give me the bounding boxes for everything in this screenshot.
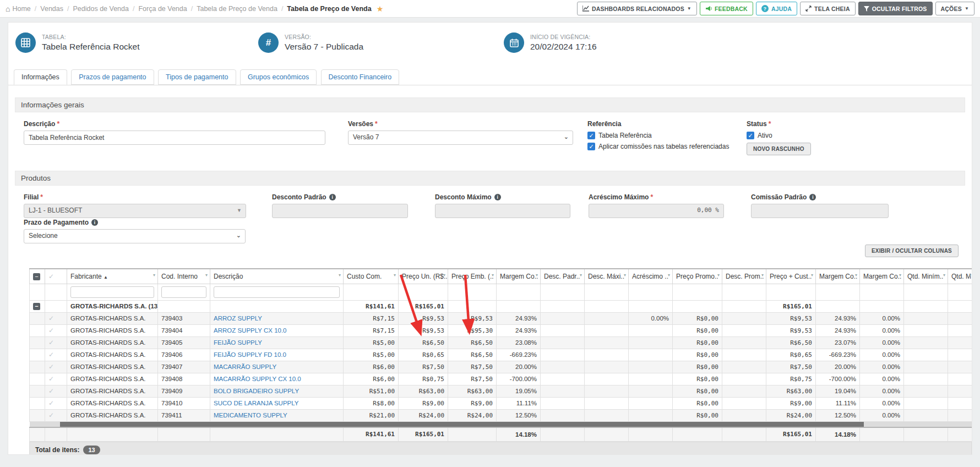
collapse-all-icon[interactable]: − [33,273,40,280]
column-menu-icon[interactable]: ▾ [668,273,670,278]
column-menu-icon[interactable]: ▾ [580,273,582,278]
product-link[interactable]: MACARRÃO SUPPLY CX 10.0 [214,376,301,382]
col-header-descricao[interactable]: Descrição▾ [210,269,344,284]
col-header-preco_un[interactable]: Preço Un. (R$..▾ [399,269,448,284]
col-header-preco_emb[interactable]: Preço Emb. (..▾ [448,269,497,284]
col-header-check[interactable]: ✓ [45,269,67,284]
column-menu-icon[interactable]: ▾ [761,273,764,278]
cell-preco_emb: R$6,50 [448,349,497,361]
breadcrumb-tabela-preco[interactable]: Tabela de Preço de Venda [197,5,277,13]
cell-check[interactable]: ✓ [45,385,67,397]
tab-prazos-pagamento[interactable]: Prazos de pagamento [71,69,154,85]
tab-desconto-financeiro[interactable]: Desconto Financeiro [321,69,400,85]
column-menu-icon[interactable]: ▾ [899,273,901,278]
row-check-icon[interactable]: ✓ [48,399,54,407]
novo-rascunho-button[interactable]: NOVO RASCUNHO [747,143,811,155]
column-menu-icon[interactable]: ▾ [443,273,445,278]
col-header-custo[interactable]: Custo Com.▾ [344,269,399,284]
product-link[interactable]: FEIJÃO SUPPLY [214,339,262,346]
favorite-star-icon[interactable]: ★ [377,4,384,13]
product-link[interactable]: ARROZ SUPPLY [214,315,262,322]
column-menu-icon[interactable]: ▾ [855,273,857,278]
cell-check[interactable]: ✓ [45,373,67,385]
filter-cod-input[interactable] [161,286,206,298]
col-header-qtd_min[interactable]: Qtd. Miním..▾ [904,269,948,284]
group-cell-collapse[interactable]: − [30,300,45,312]
cell-check[interactable]: ✓ [45,336,67,349]
exibir-ocultar-colunas-button[interactable]: EXIBIR / OCULTAR COLUNAS [865,245,959,257]
col-header-desc_max[interactable]: Desc. Máxi..▾ [585,269,629,284]
breadcrumb-vendas[interactable]: Vendas [40,5,63,13]
select-all-check-icon[interactable]: ✓ [48,273,54,280]
col-header-collapse[interactable]: − [30,269,45,284]
ocultar-filtros-button[interactable]: OCULTAR FILTROS [858,2,933,15]
cell-check[interactable]: ✓ [45,397,67,409]
column-menu-icon[interactable]: ▾ [153,273,155,278]
col-header-qtd_m[interactable]: Qtd. M▾ [948,269,973,284]
product-link[interactable]: SUCO DE LARANJA SUPPLY [214,400,298,406]
product-link[interactable]: BOLO BRIGADEIRO SUPPLY [214,388,299,394]
horizontal-scrollbar[interactable] [30,421,973,427]
column-menu-icon[interactable]: ▾ [969,273,971,278]
col-header-preco_promo[interactable]: Preço Promo..▾ [673,269,722,284]
row-check-icon[interactable]: ✓ [48,339,54,346]
tab-grupos-economicos[interactable]: Grupos econômicos [240,69,317,85]
cell-check[interactable]: ✓ [45,361,67,373]
column-menu-icon[interactable]: ▾ [811,273,813,278]
product-link[interactable]: ARROZ SUPPLY CX 10.0 [214,327,287,334]
col-header-desc_padr[interactable]: Desc. Padr..▾ [541,269,585,284]
cell-check[interactable]: ✓ [45,324,67,336]
row-check-icon[interactable]: ✓ [48,387,54,395]
collapse-group-icon[interactable]: − [33,303,40,310]
column-menu-icon[interactable]: ▾ [394,273,396,278]
cell-check[interactable]: ✓ [45,409,67,421]
filter-cell-desc_max [585,284,629,300]
descricao-input[interactable] [24,131,325,145]
row-check-icon[interactable]: ✓ [48,363,54,371]
column-menu-icon[interactable]: ▾ [624,273,626,278]
column-menu-icon[interactable]: ▾ [492,273,494,278]
col-header-fabricante[interactable]: Fabricante ▲▾ [67,269,158,284]
column-menu-icon[interactable]: ▾ [339,273,341,278]
cell-margem3: 0.00% [860,349,904,361]
filial-select[interactable]: LJ-1 - BLUESOFT ▼ [24,204,246,218]
breadcrumb-forca[interactable]: Força de Venda [138,5,187,13]
col-header-cod[interactable]: Cod. Interno▾ [158,269,210,284]
cell-check[interactable]: ✓ [45,312,67,324]
row-check-icon[interactable]: ✓ [48,327,54,334]
tabela-referencia-checkbox[interactable]: ✓ Tabela Referência [587,132,742,139]
tab-informacoes[interactable]: Informações [14,69,67,85]
tela-cheia-button[interactable]: TELA CHEIA [800,2,856,15]
dashboards-relacionados-button[interactable]: DASHBOARDS RELACIONADOS▼ [577,2,697,15]
prazo-pagamento-select[interactable]: Selecione ⌄ [24,229,246,243]
col-header-preco_cust[interactable]: Preço + Cust..▾ [766,269,816,284]
col-header-margem2[interactable]: Margem Co..▾ [816,269,860,284]
aplicar-comissoes-checkbox[interactable]: ✓ Aplicar comissões nas tabelas referenc… [587,143,742,150]
filter-descricao-input[interactable] [214,286,340,298]
breadcrumb-home[interactable]: Home [12,5,30,13]
cell-check[interactable]: ✓ [45,349,67,361]
breadcrumb-pedidos[interactable]: Pedidos de Venda [73,5,129,13]
acoes-button[interactable]: AÇÕES▼ [935,2,974,15]
column-menu-icon[interactable]: ▾ [205,273,208,278]
row-check-icon[interactable]: ✓ [48,375,54,383]
versoes-select[interactable]: Versão 7 ⌄ [348,131,573,145]
filter-fabricante-input[interactable] [70,286,154,298]
column-menu-icon[interactable]: ▾ [536,273,538,278]
column-menu-icon[interactable]: ▾ [717,273,720,278]
tab-tipos-pagamento[interactable]: Tipos de pagamento [158,69,236,85]
row-check-icon[interactable]: ✓ [48,411,54,419]
column-menu-icon[interactable]: ▾ [943,273,945,278]
product-link[interactable]: MACARRÃO SUPPLY [214,363,276,370]
ajuda-button[interactable]: ? AJUDA [756,2,797,15]
product-link[interactable]: MEDICAMENTO SUPPLY [214,412,287,419]
col-header-desc_prom[interactable]: Desc. Prom..▾ [722,269,766,284]
row-check-icon[interactable]: ✓ [48,314,54,322]
col-header-margem3[interactable]: Margem Co..▾ [860,269,904,284]
col-header-margem[interactable]: Margem Co..▾ [497,269,541,284]
row-check-icon[interactable]: ✓ [48,351,54,359]
product-link[interactable]: FEIJÃO SUPPLY FD 10.0 [214,351,286,358]
col-header-acrescimo[interactable]: Acréscimo ..▾ [629,269,673,284]
ativo-checkbox[interactable]: ✓ Ativo [747,132,857,139]
feedback-button[interactable]: FEEDBACK [700,2,753,15]
